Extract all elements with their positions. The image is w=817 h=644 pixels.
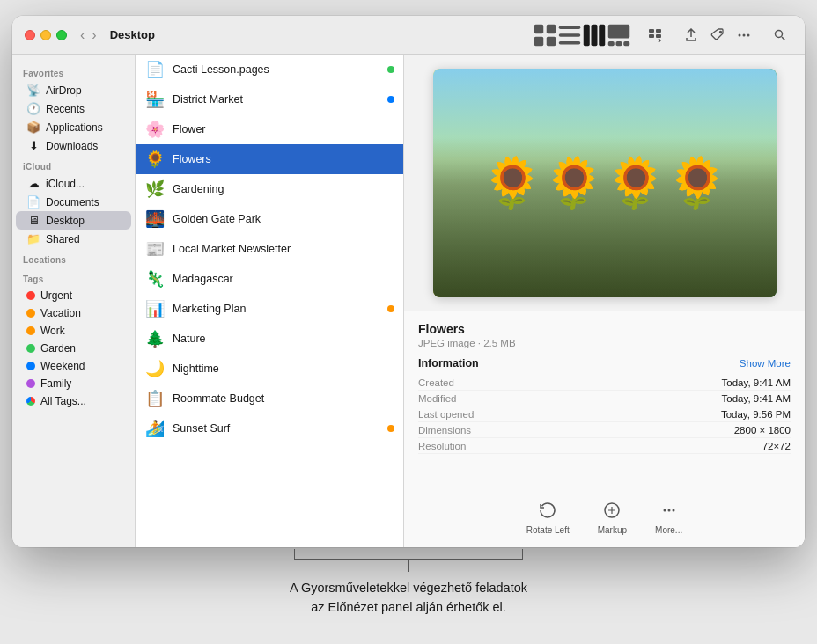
sidebar-item-desktop[interactable]: 🖥 Desktop <box>16 211 131 230</box>
recents-icon: 🕐 <box>26 102 40 115</box>
downloads-icon: ⬇ <box>26 139 40 152</box>
recents-label: Recents <box>46 103 85 115</box>
tag-button[interactable] <box>705 23 730 48</box>
preview-image-area: 🌻🌻🌻🌻 <box>404 55 805 311</box>
list-view-button[interactable] <box>557 25 582 46</box>
maximize-button[interactable] <box>56 30 67 40</box>
sidebar-item-garden[interactable]: Garden <box>16 340 131 357</box>
more-button[interactable] <box>732 23 756 48</box>
show-more-link[interactable]: Show More <box>740 358 791 369</box>
sidebar-item-documents[interactable]: 📄 Documents <box>16 193 131 211</box>
group-button[interactable] <box>643 23 667 48</box>
svg-rect-16 <box>649 34 654 38</box>
sidebar-item-airdrop[interactable]: 📡 AirDrop <box>16 81 131 99</box>
rotate-left-button[interactable]: Rotate Left <box>526 498 570 535</box>
svg-rect-8 <box>592 24 598 46</box>
marketing-indicator <box>387 305 394 312</box>
flowers-name: Flowers <box>173 153 380 165</box>
sidebar-item-shared[interactable]: 📁 Shared <box>16 230 131 248</box>
file-item-sunset[interactable]: 🏄 Sunset Surf <box>136 413 403 443</box>
action-buttons: Rotate Left Markup <box>404 487 805 547</box>
toolbar-separator-3 <box>762 26 762 44</box>
info-row-resolution: Resolution 72×72 <box>418 438 791 454</box>
svg-rect-4 <box>559 26 581 29</box>
info-section-header: Information Show More <box>418 357 791 370</box>
sunset-name: Sunset Surf <box>173 422 380 435</box>
garden-dot <box>26 344 35 353</box>
file-item-cacti[interactable]: 📄 Cacti Lesson.pages <box>136 55 403 84</box>
documents-icon: 📄 <box>26 195 40 209</box>
flower-icon: 🌸 <box>144 119 166 140</box>
file-item-flowers[interactable]: 🌻 Flowers <box>136 144 403 174</box>
desktop-label: Desktop <box>46 215 85 227</box>
sidebar-item-weekend[interactable]: Weekend <box>16 357 131 375</box>
roommate-icon: 📋 <box>144 388 166 409</box>
file-item-local[interactable]: 📰 Local Market Newsletter <box>136 234 403 264</box>
desktop-icon: 🖥 <box>26 214 40 227</box>
bracket <box>294 549 523 560</box>
golden-icon: 🌉 <box>144 209 166 230</box>
search-button[interactable] <box>768 23 792 48</box>
file-item-nighttime[interactable]: 🌙 Nighttime <box>136 354 403 384</box>
markup-label: Markup <box>598 525 627 535</box>
shared-icon: 📁 <box>26 232 40 245</box>
icloud-label: iCloud... <box>46 178 85 190</box>
close-button[interactable] <box>25 30 35 40</box>
sidebar-item-all-tags[interactable]: All Tags... <box>16 392 131 410</box>
title-bar: ‹ › Desktop <box>12 16 805 55</box>
madagascar-name: Madagascar <box>173 273 380 285</box>
markup-button[interactable]: Markup <box>598 498 627 535</box>
nighttime-name: Nighttime <box>173 362 380 375</box>
sidebar-item-applications[interactable]: 📦 Applications <box>16 118 131 136</box>
more-actions-label: More... <box>655 525 682 535</box>
gallery-view-button[interactable] <box>607 25 631 46</box>
svg-rect-12 <box>616 41 622 46</box>
last-opened-value: Today, 9:56 PM <box>721 409 791 420</box>
district-icon: 🏪 <box>144 89 166 110</box>
sidebar-item-icloud[interactable]: ☁ iCloud... <box>16 174 131 193</box>
preview-filename: Flowers <box>418 322 791 336</box>
file-item-golden[interactable]: 🌉 Golden Gate Park <box>136 204 403 234</box>
column-view-button[interactable] <box>582 25 607 46</box>
file-item-gardening[interactable]: 🌿 Gardening <box>136 174 403 204</box>
icloud-icon: ☁ <box>26 177 40 190</box>
sidebar-item-vacation[interactable]: Vacation <box>16 304 131 322</box>
share-button[interactable] <box>679 23 703 48</box>
icon-view-button[interactable] <box>533 25 557 46</box>
file-item-marketing[interactable]: 📊 Marketing Plan <box>136 294 403 324</box>
sunset-indicator <box>387 425 394 432</box>
sidebar-item-downloads[interactable]: ⬇ Downloads <box>16 136 131 155</box>
rotate-left-icon <box>535 498 560 523</box>
file-item-flower[interactable]: 🌸 Flower <box>136 114 403 144</box>
svg-point-22 <box>776 30 783 37</box>
minimize-button[interactable] <box>40 30 51 40</box>
all-tags-label: All Tags... <box>40 395 86 407</box>
file-item-madagascar[interactable]: 🦎 Madagascar <box>136 264 403 294</box>
work-label: Work <box>40 325 65 337</box>
forward-button[interactable]: › <box>89 28 99 42</box>
svg-point-26 <box>672 509 674 512</box>
svg-rect-3 <box>547 36 556 46</box>
favorites-section-label: Favorites <box>12 62 135 81</box>
nature-name: Nature <box>173 333 380 345</box>
more-actions-button[interactable]: More... <box>655 498 682 535</box>
back-button[interactable]: ‹ <box>77 28 87 42</box>
madagascar-icon: 🦎 <box>144 268 166 289</box>
svg-rect-10 <box>608 24 630 38</box>
file-item-nature[interactable]: 🌲 Nature <box>136 324 403 354</box>
modified-label: Modified <box>418 393 456 404</box>
cacti-indicator <box>387 66 394 73</box>
svg-rect-2 <box>534 36 544 46</box>
traffic-lights <box>25 30 67 40</box>
view-buttons <box>533 25 631 46</box>
sidebar-item-family[interactable]: Family <box>16 375 131 392</box>
sidebar-item-recents[interactable]: 🕐 Recents <box>16 99 131 118</box>
file-item-roommate[interactable]: 📋 Roommate Budget <box>136 384 403 413</box>
sidebar-item-urgent[interactable]: Urgent <box>16 287 131 304</box>
svg-rect-7 <box>584 24 590 46</box>
flower-name: Flower <box>173 123 380 135</box>
preview-panel: 🌻🌻🌻🌻 Flowers JPEG image · 2.5 MB Informa… <box>404 55 805 547</box>
sidebar-item-work[interactable]: Work <box>16 322 131 340</box>
file-item-district[interactable]: 🏪 District Market <box>136 84 403 114</box>
svg-point-24 <box>663 509 666 512</box>
